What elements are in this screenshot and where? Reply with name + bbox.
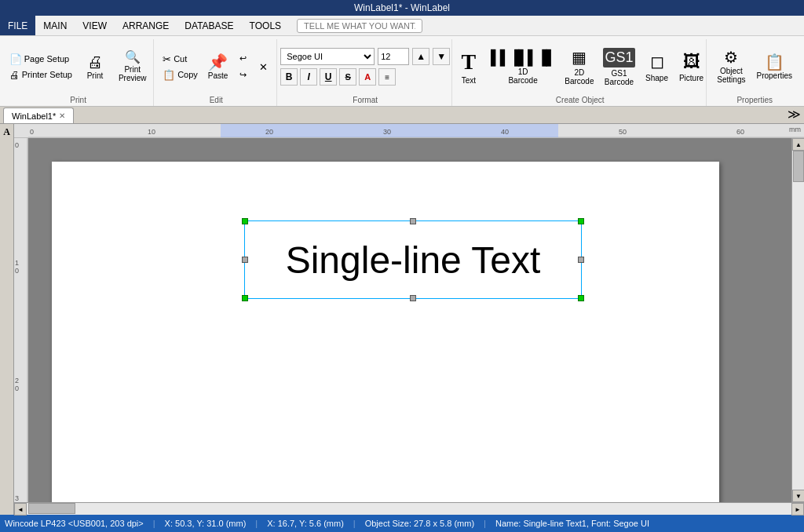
main-area: A mm // This is not executable here; mar… <box>0 124 804 515</box>
tab-expand-button[interactable]: ≫ <box>788 107 801 123</box>
font-size-down-button[interactable]: ▼ <box>433 48 450 65</box>
printer-setup-button[interactable]: 🖨 Printer Setup <box>5 67 76 82</box>
barcode-1d-icon: ▌▌▐▌▌▐▌ <box>491 49 555 66</box>
strikethrough-button[interactable]: S <box>339 68 356 86</box>
search-input[interactable] <box>297 19 422 33</box>
scroll-right-button[interactable]: ► <box>791 503 804 516</box>
handle-bottom-right[interactable] <box>578 295 584 301</box>
handle-top-right[interactable] <box>578 218 584 224</box>
printer-setup-icon: 🖨 <box>9 69 20 81</box>
italic-button[interactable]: I <box>300 68 317 86</box>
redo-button[interactable]: ↪ <box>236 68 250 82</box>
ruler-marks: // This is not executable here; marks do… <box>28 124 804 138</box>
text-object[interactable]: Single-line Text <box>244 220 582 299</box>
menu-database[interactable]: DATABASE <box>177 16 241 35</box>
tab-close-button[interactable]: ✕ <box>59 111 65 120</box>
ruler-left-30: 30 <box>15 494 19 502</box>
picture-icon: 🖼 <box>683 52 700 72</box>
ruler-mark-30: 30 <box>383 128 391 136</box>
handle-top-left[interactable] <box>242 218 248 224</box>
barcode-2d-button[interactable]: ▦ 2DBarcode <box>561 45 597 89</box>
properties-button[interactable]: 📋 Properties <box>751 45 797 89</box>
scroll-down-button[interactable]: ▼ <box>792 490 804 502</box>
right-scrollbar: ▲ ▼ <box>791 138 804 502</box>
edit-group-label: Edit <box>210 96 223 106</box>
text-content: Single-line Text <box>286 239 541 282</box>
scroll-left-button[interactable]: ◄ <box>14 503 27 516</box>
properties-group-label: Properties <box>736 96 773 106</box>
shape-button[interactable]: ◻ Shape <box>641 45 673 89</box>
tab-winlabel1[interactable]: WinLabel1* ✕ <box>3 107 74 123</box>
scroll-up-button[interactable]: ▲ <box>792 138 804 151</box>
ruler-left-marks <box>14 138 28 502</box>
cut-button[interactable]: ✂ Cut <box>159 52 202 67</box>
undo-button[interactable]: ↩ <box>236 52 250 65</box>
print-preview-icon: 🔍 <box>125 51 141 64</box>
status-bar: Wincode LP423 <USB001, 203 dpi> | X: 50.… <box>0 515 804 532</box>
delete-button[interactable]: ✕ <box>255 60 272 75</box>
text-icon: T <box>462 49 477 75</box>
menu-file[interactable]: FILE <box>0 16 35 35</box>
align-left-button[interactable]: ≡ <box>378 68 396 86</box>
properties-icon: 📋 <box>765 54 784 70</box>
copy-icon: 📋 <box>163 69 175 81</box>
menu-arrange[interactable]: ARRANGE <box>115 16 177 35</box>
bold-button[interactable]: B <box>280 68 298 86</box>
ribbon: 📄 Page Setup 🖨 Printer Setup 🖨 Print 🔍 P… <box>0 36 804 107</box>
menu-tools[interactable]: TOOLS <box>242 16 289 35</box>
ruler-top: mm // This is not executable here; marks… <box>14 124 804 138</box>
object-settings-icon: ⚙ <box>724 49 738 65</box>
create-group-label: Create Object <box>556 96 605 106</box>
page-setup-button[interactable]: 📄 Page Setup <box>5 52 76 67</box>
scroll-vertical-thumb[interactable] <box>793 151 804 182</box>
title-text: WinLabel1* - WinLabel <box>354 2 450 13</box>
status-position: X: 50.3, Y: 31.0 (mm) <box>165 519 247 528</box>
barcode-2d-icon: ▦ <box>572 48 587 67</box>
font-select[interactable]: Segoe UI <box>280 48 375 65</box>
handle-bottom-left[interactable] <box>242 295 248 301</box>
font-size-up-button[interactable]: ▲ <box>412 48 429 65</box>
text-tool[interactable]: A <box>1 126 13 138</box>
underline-button[interactable]: U <box>320 68 337 86</box>
canvas-wrapper[interactable]: Single-line Text <box>28 138 791 502</box>
paste-button[interactable]: 📌 Paste <box>203 45 233 89</box>
ribbon-create-group: T Text ▌▌▐▌▌▐▌ 1DBarcode ▦ 2DBarcode GS1… <box>454 39 707 106</box>
print-button[interactable]: 🖨 Print <box>78 45 112 89</box>
picture-button[interactable]: 🖼 Picture <box>676 45 707 89</box>
status-device: Wincode LP423 <USB001, 203 dpi> <box>5 519 144 528</box>
handle-middle-left[interactable] <box>242 257 248 263</box>
status-size: Object Size: 27.8 x 5.8 (mm) <box>365 519 474 528</box>
scroll-horizontal-thumb[interactable] <box>28 503 75 514</box>
print-preview-button[interactable]: 🔍 PrintPreview <box>114 45 152 89</box>
cut-icon: ✂ <box>163 53 171 65</box>
page-setup-icon: 📄 <box>9 53 22 65</box>
menu-view[interactable]: VIEW <box>75 16 115 35</box>
text-color-button[interactable]: A <box>359 68 376 86</box>
ribbon-print-group: 📄 Page Setup 🖨 Printer Setup 🖨 Print 🔍 P… <box>3 39 154 106</box>
ruler-left-10: 10 <box>15 259 19 275</box>
handle-bottom-center[interactable] <box>410 295 416 301</box>
ruler-mark-10: 10 <box>148 128 155 136</box>
handle-top-center[interactable] <box>410 218 416 224</box>
status-name: Name: Single-line Text1, Font: Segoe UI <box>495 519 649 528</box>
barcode-1d-button[interactable]: ▌▌▐▌▌▐▌ 1DBarcode <box>488 45 558 89</box>
title-bar: WinLabel1* - WinLabel <box>0 0 804 16</box>
canvas-area: mm // This is not executable here; marks… <box>14 124 804 515</box>
ruler-left: 0 10 20 30 <box>14 138 28 502</box>
ruler-left-20: 20 <box>15 377 19 392</box>
scroll-horizontal-track[interactable] <box>27 503 791 515</box>
font-size-input[interactable] <box>378 48 409 65</box>
tab-bar: WinLabel1* ✕ ≫ <box>0 107 804 124</box>
paste-icon: 📌 <box>208 54 228 70</box>
menu-main[interactable]: MAIN <box>35 16 75 35</box>
ruler-mark-50: 50 <box>619 128 627 136</box>
gs1-icon: GS1 <box>603 48 634 67</box>
text-tool-button[interactable]: T Text <box>453 45 484 89</box>
gs1-barcode-button[interactable]: GS1 GS1Barcode <box>600 45 638 89</box>
object-settings-button[interactable]: ⚙ ObjectSettings <box>712 45 750 89</box>
scroll-vertical-track[interactable] <box>792 151 804 490</box>
ruler-mark-40: 40 <box>501 128 509 136</box>
shape-icon: ◻ <box>650 52 664 72</box>
copy-button[interactable]: 📋 Copy <box>159 67 202 82</box>
handle-middle-right[interactable] <box>578 257 584 263</box>
